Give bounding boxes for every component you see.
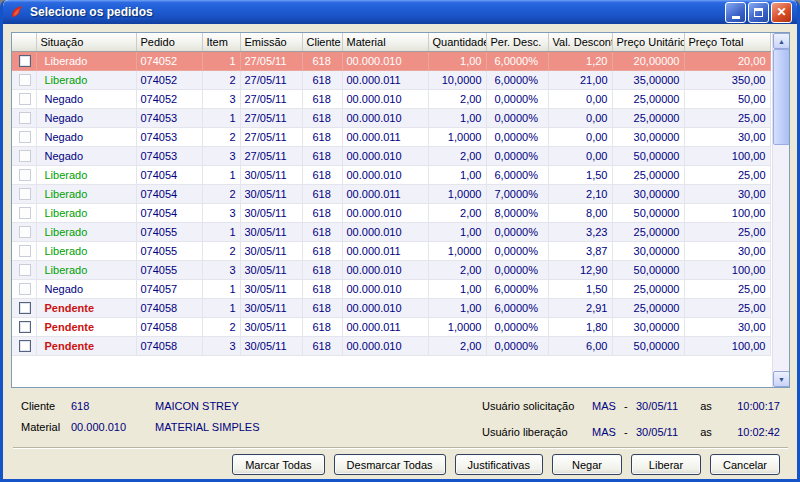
- cell-emissao: 30/05/11: [240, 336, 302, 355]
- table-row[interactable]: Negado074057130/05/1161800.000.0101,006,…: [12, 279, 770, 298]
- row-checkbox[interactable]: [19, 188, 31, 200]
- column-header-val_desconto[interactable]: Val. Desconto: [548, 33, 612, 51]
- table-row[interactable]: Liberado074055130/05/1161800.000.0101,00…: [12, 222, 770, 241]
- table-row[interactable]: Negado074053327/05/1161800.000.0102,000,…: [12, 146, 770, 165]
- cell-preco_total: 100,00: [684, 260, 770, 279]
- cell-item: 2: [202, 317, 240, 336]
- table-row[interactable]: Liberado074054130/05/1161800.000.0101,00…: [12, 165, 770, 184]
- column-header-select: [12, 33, 36, 51]
- row-checkbox[interactable]: [19, 207, 31, 219]
- row-checkbox[interactable]: [19, 302, 31, 314]
- cell-preco_total: 100,00: [684, 336, 770, 355]
- table-row[interactable]: Negado074053227/05/1161800.000.0111,0000…: [12, 127, 770, 146]
- table-row[interactable]: Pendente074058230/05/1161800.000.0111,00…: [12, 317, 770, 336]
- row-checkbox[interactable]: [19, 169, 31, 181]
- table-row[interactable]: Pendente074058330/05/1161800.000.0102,00…: [12, 336, 770, 355]
- table-header-row: SituaçãoPedidoItemEmissãoClienteMaterial…: [12, 33, 770, 51]
- minimize-icon: [732, 16, 740, 19]
- table-row[interactable]: Negado074052327/05/1161800.000.0102,000,…: [12, 89, 770, 108]
- table-row[interactable]: Liberado074055230/05/1161800.000.0111,00…: [12, 241, 770, 260]
- table-row[interactable]: Liberado074052227/05/1161800.000.01110,0…: [12, 70, 770, 89]
- row-checkbox[interactable]: [19, 74, 31, 86]
- cell-per_desc: 0,0000%: [486, 241, 548, 260]
- cell-preco_total: 25,00: [684, 222, 770, 241]
- row-checkbox[interactable]: [19, 93, 31, 105]
- row-checkbox[interactable]: [19, 245, 31, 257]
- cell-situacao: Negado: [36, 279, 136, 298]
- column-header-per_desc[interactable]: Per. Desc.: [486, 33, 548, 51]
- checkbox-cell: [12, 317, 36, 336]
- column-header-pedido[interactable]: Pedido: [136, 33, 202, 51]
- vertical-scrollbar[interactable]: ▲ ▼: [772, 33, 789, 387]
- maximize-button[interactable]: [748, 2, 769, 23]
- column-header-preco_total[interactable]: Preço Total: [684, 33, 770, 51]
- liberacao-row: Usuário liberação MAS - 30/05/11 as 10:0…: [482, 421, 780, 442]
- scrollbar-thumb[interactable]: [773, 49, 790, 145]
- justificativas-button[interactable]: Justificativas: [455, 454, 543, 475]
- cell-per_desc: 6,0000%: [486, 70, 548, 89]
- column-header-situacao[interactable]: Situação: [36, 33, 136, 51]
- checkbox-cell: [12, 70, 36, 89]
- row-checkbox[interactable]: [19, 150, 31, 162]
- window-controls: ✕: [725, 2, 792, 23]
- cell-material: 00.000.011: [342, 184, 428, 203]
- cell-per_desc: 0,0000%: [486, 89, 548, 108]
- cell-item: 3: [202, 260, 240, 279]
- cell-cliente: 618: [302, 241, 342, 260]
- cell-quantidade: 2,00: [428, 260, 486, 279]
- row-checkbox[interactable]: [19, 283, 31, 295]
- cell-situacao: Negado: [36, 146, 136, 165]
- row-checkbox[interactable]: [19, 321, 31, 333]
- column-header-quantidade[interactable]: Quantidade: [428, 33, 486, 51]
- cell-val_desconto: 1,20: [548, 51, 612, 70]
- table-row[interactable]: Negado074053127/05/1161800.000.0101,000,…: [12, 108, 770, 127]
- cliente-name: MAICON STREY: [155, 400, 239, 412]
- cell-val_desconto: 1,50: [548, 279, 612, 298]
- desmarcar-todas-button[interactable]: Desmarcar Todas: [334, 454, 446, 475]
- column-header-cliente[interactable]: Cliente: [302, 33, 342, 51]
- checkbox-cell: [12, 89, 36, 108]
- liberar-button[interactable]: Liberar: [631, 454, 701, 475]
- cell-emissao: 27/05/11: [240, 146, 302, 165]
- cell-val_desconto: 0,00: [548, 89, 612, 108]
- row-checkbox[interactable]: [19, 226, 31, 238]
- cell-preco_total: 25,00: [684, 108, 770, 127]
- close-button[interactable]: ✕: [771, 2, 792, 23]
- cell-situacao: Negado: [36, 108, 136, 127]
- table-row[interactable]: Liberado074052127/05/1161800.000.0101,00…: [12, 51, 770, 70]
- row-checkbox[interactable]: [19, 55, 31, 67]
- solicitacao-label: Usuário solicitação: [482, 400, 592, 412]
- row-checkbox[interactable]: [19, 112, 31, 124]
- cell-per_desc: 0,0000%: [486, 260, 548, 279]
- row-checkbox[interactable]: [19, 340, 31, 352]
- table-row[interactable]: Pendente074058130/05/1161800.000.0101,00…: [12, 298, 770, 317]
- cell-quantidade: 1,00: [428, 279, 486, 298]
- cell-pedido: 074055: [136, 260, 202, 279]
- column-header-emissao[interactable]: Emissão: [240, 33, 302, 51]
- cell-item: 2: [202, 241, 240, 260]
- scroll-down-icon[interactable]: ▼: [773, 371, 790, 387]
- column-header-material[interactable]: Material: [342, 33, 428, 51]
- row-checkbox[interactable]: [19, 131, 31, 143]
- cell-material: 00.000.010: [342, 51, 428, 70]
- table-row[interactable]: Liberado074054230/05/1161800.000.0111,00…: [12, 184, 770, 203]
- scroll-up-icon[interactable]: ▲: [773, 33, 790, 49]
- cell-item: 2: [202, 184, 240, 203]
- table-row[interactable]: Liberado074054330/05/1161800.000.0102,00…: [12, 203, 770, 222]
- cell-item: 2: [202, 70, 240, 89]
- cancelar-button[interactable]: Cancelar: [710, 454, 780, 475]
- row-checkbox[interactable]: [19, 264, 31, 276]
- column-header-preco_unitario[interactable]: Preço Unitário: [612, 33, 684, 51]
- orders-grid: SituaçãoPedidoItemEmissãoClienteMaterial…: [12, 33, 771, 356]
- marcar-todas-button[interactable]: Marcar Todas: [232, 454, 324, 475]
- cell-preco_unitario: 50,00000: [612, 260, 684, 279]
- table-row[interactable]: Liberado074055330/05/1161800.000.0102,00…: [12, 260, 770, 279]
- cell-pedido: 074058: [136, 298, 202, 317]
- cell-pedido: 074052: [136, 70, 202, 89]
- column-header-item[interactable]: Item: [202, 33, 240, 51]
- minimize-button[interactable]: [725, 2, 746, 23]
- close-icon: ✕: [776, 5, 786, 19]
- cell-preco_unitario: 25,00000: [612, 222, 684, 241]
- table-body: Liberado074052127/05/1161800.000.0101,00…: [12, 51, 770, 355]
- negar-button[interactable]: Negar: [552, 454, 622, 475]
